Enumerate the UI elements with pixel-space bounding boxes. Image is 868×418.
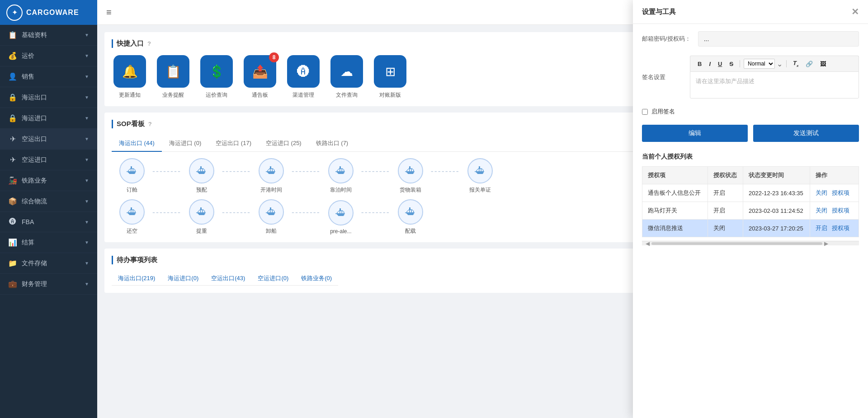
sidebar-item-left: 🔒 海运进口 (8, 114, 47, 122)
todo-tab-air-export[interactable]: 空运出口(43) (205, 272, 251, 286)
action-授权项[interactable]: 授权项 (832, 189, 849, 196)
chevron-icon-air-import: ▼ (85, 157, 89, 162)
quick-entry-item-channel-mgmt[interactable]: 🅐 渠道管理 (285, 55, 321, 99)
sop-step-label-loading2: 配载 (405, 227, 416, 235)
font-style-select[interactable]: Normal (744, 59, 775, 69)
signature-editor[interactable]: 请在这里添加产品描述 (690, 71, 859, 99)
strikethrough-button[interactable]: S (726, 60, 736, 68)
action-授权项[interactable]: 授权项 (832, 207, 849, 214)
sidebar-icon-sea-import: 🔒 (8, 114, 17, 122)
sidebar-item-air-export[interactable]: ✈ 空运出口 ▼ (0, 129, 97, 150)
sop-step-pickup[interactable]: ⛴ 提重 (181, 199, 222, 235)
sidebar-item-settlement[interactable]: 📊 结算 ▼ (0, 232, 97, 253)
sop-step-pre-alert[interactable]: ⛴ pre-ale... (321, 200, 361, 235)
quick-entry-item-freight-query[interactable]: 💲 运价查询 (198, 55, 235, 99)
sidebar-item-basic[interactable]: 📋 基础资料 ▼ (0, 25, 97, 46)
quick-entry-label-channel-mgmt: 渠道管理 (292, 91, 314, 99)
action-关闭[interactable]: 关闭 (816, 207, 829, 214)
sop-arrow2-2: -------- (292, 208, 321, 226)
quick-entry-item-announcement[interactable]: 📤 8 通告板 (242, 55, 278, 99)
chevron-icon-freight: ▼ (85, 53, 89, 58)
email-value[interactable]: ... (698, 31, 859, 47)
email-row: 邮箱密码/授权码： ... (642, 31, 859, 47)
quick-entry-item-update-notice[interactable]: 🔔 更新通知 (112, 55, 148, 99)
quick-entry-label-update-notice: 更新通知 (119, 91, 141, 99)
sidebar-logo: ✦ CARGOWARE (0, 0, 97, 25)
sidebar-item-file-storage[interactable]: 📁 文件存储 ▼ (0, 253, 97, 274)
enable-signature-row: 启用签名 (642, 108, 859, 116)
sop-tab-rail-export[interactable]: 铁路出口 (7) (309, 136, 356, 152)
quick-entry-label-freight-query: 运价查询 (206, 91, 227, 99)
scrollbar-thumb[interactable] (651, 242, 822, 245)
sidebar-item-logistics[interactable]: 📦 综合物流 ▼ (0, 191, 97, 212)
scroll-left-icon[interactable]: ◀ (644, 240, 651, 247)
send-test-button[interactable]: 发送测试 (753, 125, 859, 142)
enable-signature-checkbox[interactable] (642, 109, 648, 115)
auth-table-row: 微信消息推送关闭2023-03-27 17:20:25开启 授权项 (642, 220, 859, 237)
sidebar-item-left: ✈ 空运出口 (8, 135, 47, 143)
sidebar-item-sea-import[interactable]: 🔒 海运进口 ▼ (0, 108, 97, 129)
quick-entry-item-reconciliation[interactable]: ⊞ 对账新版 (372, 55, 408, 99)
quick-entry-item-business-reminder[interactable]: 📋 业务提醒 (155, 55, 191, 99)
action-开启[interactable]: 开启 (816, 225, 829, 231)
sop-step-discharge[interactable]: ⛴ 卸船 (251, 199, 292, 235)
sop-step-empty-return[interactable]: ⛴ 还空 (112, 199, 152, 235)
sidebar-item-fba[interactable]: 🅐 FBA ▼ (0, 212, 97, 232)
sop-step-port-open[interactable]: ⛴ 开港时间 (251, 158, 292, 194)
sidebar-item-freight[interactable]: 💰 运价 ▼ (0, 46, 97, 66)
sop-step-berthing[interactable]: ⛴ 靠泊时间 (321, 158, 361, 194)
sop-tab-air-export[interactable]: 空运出口 (17) (208, 136, 259, 152)
quick-entry-label-reconciliation: 对账新版 (379, 91, 401, 99)
link-button[interactable]: 🔗 (803, 60, 816, 68)
image-button[interactable]: 🖼 (817, 60, 829, 68)
todo-tab-sea-import[interactable]: 海运进口(0) (161, 272, 205, 286)
sidebar-icon-finance: 💼 (8, 280, 17, 288)
auth-table-row: 跑马灯开关开启2023-02-03 11:24:52关闭 授权项 (642, 202, 859, 220)
edit-button[interactable]: 编辑 (642, 125, 748, 142)
sop-tab-sea-export[interactable]: 海运出口 (44) (112, 136, 162, 152)
quick-entry-help[interactable]: ? (147, 40, 151, 47)
sop-circle-pre-alert: ⛴ (328, 200, 354, 225)
clear-format-button[interactable]: Tx (790, 59, 801, 69)
sop-step-booking[interactable]: ⛴ 订舱 (112, 158, 152, 194)
todo-tab-rail[interactable]: 铁路业务(0) (295, 272, 338, 286)
toolbar-divider1 (740, 60, 740, 67)
sidebar-item-sales[interactable]: 👤 销售 ▼ (0, 66, 97, 87)
sop-step-label-empty-return: 还空 (127, 227, 137, 235)
sop-arrow-0: -------- (152, 167, 181, 185)
action-关闭[interactable]: 关闭 (816, 189, 829, 196)
sop-tab-sea-import[interactable]: 海运进口 (0) (162, 136, 209, 152)
sop-help[interactable]: ? (148, 121, 152, 127)
sidebar-item-finance[interactable]: 💼 财务管理 ▼ (0, 274, 97, 295)
bold-button[interactable]: B (695, 60, 704, 68)
sidebar-item-air-import[interactable]: ✈ 空运进口 ▼ (0, 150, 97, 170)
scrollbar-track[interactable]: ◀ ▶ (642, 241, 859, 245)
sop-circle-customs: ⛴ (467, 158, 493, 183)
sop-arrow-2: -------- (292, 167, 321, 185)
sidebar-icon-fba: 🅐 (8, 218, 17, 226)
sidebar-item-left: 👤 销售 (8, 72, 34, 81)
italic-button[interactable]: I (706, 60, 713, 68)
sidebar-item-sea-export[interactable]: 🔒 海运出口 ▼ (0, 87, 97, 108)
sop-step-customs[interactable]: ⛴ 报关单证 (460, 158, 500, 194)
sop-tab-air-import[interactable]: 空运进口 (25) (259, 136, 309, 152)
menu-toggle-icon[interactable]: ≡ (106, 7, 112, 18)
sidebar-item-left: 💰 运价 (8, 52, 34, 60)
scroll-right-icon[interactable]: ▶ (822, 240, 830, 247)
dropdown-icon[interactable]: ⌄ (777, 60, 783, 68)
todo-tab-sea-export[interactable]: 海运出口(219) (112, 272, 161, 286)
sop-arrow2-1: -------- (222, 208, 251, 226)
underline-button[interactable]: U (715, 60, 725, 68)
sop-step-loading[interactable]: ⛴ 货物装箱 (390, 158, 431, 194)
auth-item-actions: 关闭 授权项 (810, 202, 859, 220)
signature-label-row: 签名设置 B I U S Normal ⌄ Tx 🔗 (642, 56, 859, 99)
sidebar-item-rail[interactable]: 🚂 铁路业务 ▼ (0, 170, 97, 191)
sop-arrow-3: -------- (361, 167, 390, 185)
quick-entry-item-file-query[interactable]: ☁ 文件查询 (329, 55, 365, 99)
sop-step-loading2[interactable]: ⛴ 配载 (390, 199, 431, 235)
enable-signature-label[interactable]: 启用签名 (651, 108, 675, 116)
action-授权项[interactable]: 授权项 (832, 225, 849, 231)
settings-close-button[interactable]: ✕ (851, 6, 859, 17)
todo-tab-air-import[interactable]: 空运进口(0) (251, 272, 295, 286)
sop-step-allocation[interactable]: ⛴ 预配 (181, 158, 222, 194)
